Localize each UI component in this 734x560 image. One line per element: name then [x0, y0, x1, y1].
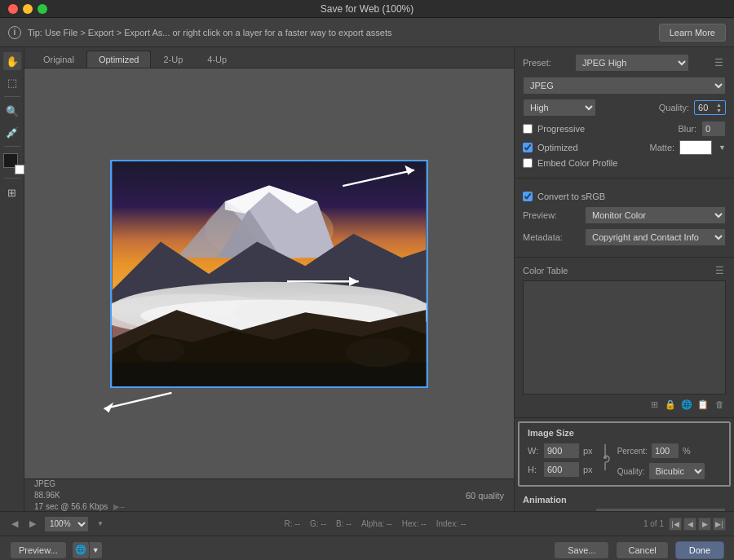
right-panel: Preset: JPEG High ☰ JPEG High Quality:: [514, 47, 734, 511]
preview-image-svg: [112, 161, 427, 386]
color-table-header: Color Table ☰: [523, 264, 726, 277]
format-select[interactable]: JPEG: [523, 77, 726, 95]
quality-stepper[interactable]: ▲ ▼: [716, 102, 722, 113]
svg-point-24: [604, 456, 607, 459]
quality-input-container[interactable]: 60 ▲ ▼: [694, 100, 726, 115]
preview-row: Preview: Monitor Color: [523, 206, 726, 224]
zoom-dropdown-icon[interactable]: ▼: [94, 518, 107, 531]
image-size-label: Image Size: [528, 428, 721, 438]
done-button[interactable]: Done: [675, 541, 724, 559]
percent-label: Percent:: [617, 447, 648, 456]
quality-algo-select[interactable]: Bicubic: [648, 462, 705, 480]
color-table-menu-icon[interactable]: ☰: [713, 264, 726, 277]
select-tool[interactable]: ⬚: [3, 73, 21, 91]
progressive-checkbox[interactable]: [523, 124, 533, 134]
height-row: H: px: [528, 461, 593, 478]
minimize-button[interactable]: [23, 4, 33, 14]
window-controls[interactable]: [8, 4, 47, 14]
quality-down-arrow[interactable]: ▼: [716, 108, 722, 113]
bottom-bar: ◀ ▶ 100% ▼ R: -- G: -- B: -- Alpha: -- H…: [0, 511, 734, 536]
ct-lock-icon[interactable]: 🔒: [664, 398, 677, 411]
size-wh-group: W: px H: px: [528, 443, 593, 478]
zoom-select[interactable]: 100%: [44, 516, 89, 532]
color-swatch[interactable]: [3, 153, 21, 171]
maximize-button[interactable]: [38, 4, 47, 14]
height-label: H:: [528, 465, 540, 474]
preview-button[interactable]: Preview...: [10, 541, 67, 559]
color-section: Convert to sRGB Preview: Monitor Color M…: [515, 179, 734, 258]
preset-select[interactable]: JPEG High: [575, 54, 689, 72]
metadata-select[interactable]: Copyright and Contact Info: [585, 228, 726, 246]
titlebar: Save for Web (100%): [0, 0, 734, 18]
play-btn[interactable]: ▶: [698, 518, 711, 531]
color-table-area: [523, 280, 726, 395]
metadata-label: Metadata:: [523, 232, 580, 242]
matte-dropdown[interactable]: ▼: [719, 143, 726, 152]
ct-new-icon[interactable]: 📋: [696, 398, 710, 411]
svg-point-16: [136, 337, 184, 362]
ct-web-icon[interactable]: 🌐: [680, 398, 693, 411]
looping-select[interactable]: Forever: [595, 508, 726, 511]
footer-left: Preview... 🌐 ▼: [10, 541, 103, 559]
browser-dropdown-btn[interactable]: ▼: [90, 541, 103, 559]
embed-color-checkbox[interactable]: [523, 158, 533, 168]
compression-select[interactable]: High: [523, 99, 596, 117]
svg-marker-23: [104, 403, 114, 413]
color-table-label: Color Table: [523, 266, 568, 276]
file-speed: 17 sec @ 56.6 Kbps ▶‒: [34, 501, 125, 512]
height-input[interactable]: [543, 461, 580, 478]
eyedropper-tool[interactable]: 💉: [3, 123, 21, 141]
quality-value: 60: [698, 103, 714, 112]
next-page-icon[interactable]: ▶: [26, 518, 39, 531]
tip-bar: i Tip: Use File > Export > Export As... …: [0, 18, 734, 47]
prev-frame-btn[interactable]: ◀: [683, 518, 696, 531]
save-button[interactable]: Save...: [554, 541, 609, 559]
prev-page-icon[interactable]: ◀: [8, 518, 21, 531]
background-color[interactable]: [15, 165, 24, 174]
color-table-section: Color Table ☰ ⊞ 🔒 🌐 📋 🗑: [515, 258, 734, 418]
width-input[interactable]: [543, 443, 580, 459]
matte-color-picker[interactable]: [679, 140, 712, 155]
preview-canvas: [24, 68, 514, 478]
ct-resize-icon[interactable]: ⊞: [648, 398, 661, 411]
separator-1: [523, 185, 726, 192]
width-label: W:: [528, 446, 540, 456]
slice-tool[interactable]: ⊞: [3, 183, 21, 201]
close-button[interactable]: [8, 4, 18, 14]
srgb-row: Convert to sRGB: [523, 192, 726, 201]
next-frame-btn[interactable]: ▶|: [713, 518, 726, 531]
tab-optimized[interactable]: Optimized: [86, 51, 152, 68]
width-unit: px: [583, 446, 593, 456]
browser-icon[interactable]: 🌐: [72, 541, 90, 559]
zoom-tool[interactable]: 🔍: [3, 102, 21, 120]
window-title: Save for Web (100%): [321, 3, 414, 15]
quality-up-arrow[interactable]: ▲: [716, 102, 722, 108]
embed-color-label: Embed Color Profile: [537, 158, 617, 168]
ct-delete-icon[interactable]: 🗑: [713, 398, 726, 411]
hand-tool[interactable]: ✋: [3, 52, 21, 70]
optimized-row: Optimized Matte: ▼: [523, 140, 726, 155]
looping-row: Looping Options: Forever: [523, 508, 726, 511]
cancel-button[interactable]: Cancel: [616, 541, 668, 559]
first-frame-btn[interactable]: |◀: [669, 518, 682, 531]
tab-2up[interactable]: 2-Up: [151, 51, 195, 68]
canvas-area: Original Optimized 2-Up 4-Up: [24, 47, 514, 511]
tab-4up[interactable]: 4-Up: [195, 51, 239, 68]
optimized-checkbox[interactable]: [523, 143, 533, 152]
preview-label: Preview:: [523, 210, 580, 220]
percent-input[interactable]: [651, 443, 679, 459]
preview-select[interactable]: Monitor Color: [585, 206, 726, 224]
main-area: ✋ ⬚ 🔍 💉 ⊞ Original Optimized 2-Up 4-Up: [0, 47, 734, 511]
menu-icon[interactable]: ▶‒: [113, 502, 125, 511]
tab-original[interactable]: Original: [31, 51, 86, 68]
panel-menu-icon[interactable]: ☰: [713, 56, 726, 69]
left-toolbar: ✋ ⬚ 🔍 💉 ⊞: [0, 47, 24, 511]
toolbar-separator-3: [4, 178, 20, 179]
preset-label: Preset:: [523, 58, 551, 68]
percent-quality-group: Percent: % Quality: Bicubic: [617, 443, 705, 480]
blur-input[interactable]: [701, 121, 726, 137]
learn-more-button[interactable]: Learn More: [659, 24, 726, 42]
svg-point-17: [346, 337, 410, 366]
srgb-checkbox[interactable]: [523, 192, 533, 201]
constrain-proportions-icon[interactable]: [596, 443, 614, 472]
